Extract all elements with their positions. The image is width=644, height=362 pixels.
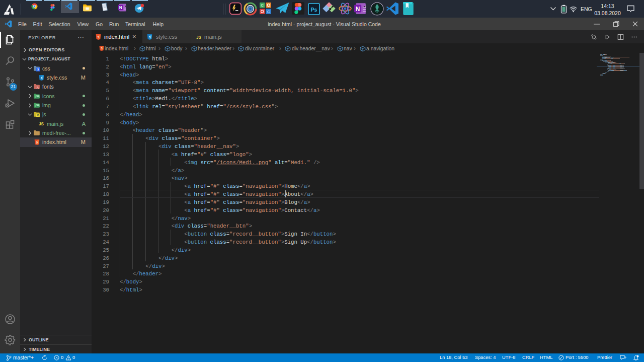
svg-text:JS: JS bbox=[196, 35, 202, 39]
svg-text:Ps: Ps bbox=[311, 7, 317, 13]
svg-text:5: 5 bbox=[101, 47, 102, 50]
svg-text:JS: JS bbox=[36, 114, 40, 117]
svg-text:JS: JS bbox=[39, 122, 44, 126]
svg-text:A: A bbox=[36, 86, 39, 89]
svg-text:N: N bbox=[119, 6, 122, 10]
svg-text:N: N bbox=[356, 6, 360, 13]
svg-text:C: C bbox=[267, 10, 270, 14]
svg-text:3: 3 bbox=[37, 68, 39, 71]
svg-text:C: C bbox=[261, 3, 264, 8]
